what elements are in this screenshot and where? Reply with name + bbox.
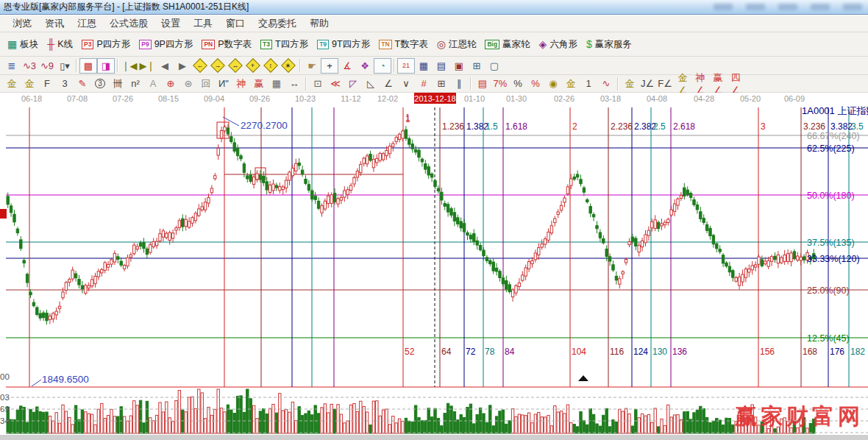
t-square-button[interactable]: T3T四方形: [256, 38, 313, 52]
fan-red-icon[interactable]: ≪: [327, 76, 344, 91]
a-guide-icon[interactable]: A: [144, 76, 162, 91]
export-icon[interactable]: ⊞: [468, 58, 485, 74]
date-axis[interactable]: 06-1807-0807-2608-1509-0409-2610-2311-12…: [0, 93, 868, 105]
calendar-21-icon[interactable]: 21: [397, 58, 415, 74]
i-quote-icon[interactable]: И": [215, 76, 232, 91]
n2-icon[interactable]: n²: [127, 76, 144, 91]
mark1-icon[interactable]: 1: [580, 76, 597, 91]
gold-level-icon[interactable]: 金: [562, 76, 580, 91]
diamond-vmove-icon[interactable]: ↕: [262, 58, 280, 74]
fan-box-dark-icon[interactable]: ◺: [362, 76, 380, 91]
sector-button[interactable]: ▦板块: [3, 38, 43, 52]
grid123-icon[interactable]: ▦: [268, 76, 285, 91]
menu-settings[interactable]: 设置: [154, 15, 187, 32]
date-tick: 09-26: [249, 94, 270, 103]
percent-level-icon[interactable]: %: [527, 76, 544, 91]
f-angle-icon[interactable]: F∠: [656, 76, 674, 91]
info-list-icon[interactable]: ≣: [3, 58, 21, 74]
red-target-icon[interactable]: ⊕: [162, 76, 179, 91]
shen-ruler-icon[interactable]: 神: [232, 76, 250, 91]
grid-corner-icon[interactable]: ⊞: [433, 76, 450, 91]
parallel-icon[interactable]: ∥: [450, 76, 468, 91]
p-square-button[interactable]: P3P四方形: [77, 38, 135, 52]
chart-3-icon[interactable]: ∿3: [21, 58, 38, 74]
diamond-left-icon[interactable]: ←: [191, 58, 209, 74]
calculator-icon[interactable]: ▦: [415, 58, 433, 74]
winner-wheel-button[interactable]: Big赢家轮: [480, 38, 534, 52]
kline-button[interactable]: ╫K线: [43, 38, 77, 52]
ticks-icon[interactable]: 卌: [109, 76, 127, 91]
t9-square-button[interactable]: T99T四方形: [313, 38, 374, 52]
circle3-icon[interactable]: 3: [91, 76, 109, 91]
menu-news[interactable]: 资讯: [38, 15, 71, 32]
gold-angle0-icon[interactable]: 金: [621, 76, 638, 91]
hand-icon[interactable]: ☛: [303, 58, 321, 74]
svg-text:12.5%(45): 12.5%(45): [807, 333, 850, 344]
first-page-icon[interactable]: ❘◀: [121, 58, 138, 74]
t-number-button[interactable]: TNT数字表: [374, 38, 432, 52]
brush-icon[interactable]: ✎: [74, 76, 91, 91]
f-ruler-icon[interactable]: F: [38, 76, 56, 91]
width-arrows-icon[interactable]: ↔: [285, 76, 303, 91]
candlestick-chart-surface[interactable]: 66.67%(240)62.5%(225)50.0%(180)37.5%(135…: [0, 104, 868, 440]
next-page-icon[interactable]: ▶: [174, 58, 191, 74]
gold-circle-icon[interactable]: ◉: [544, 76, 562, 91]
last-page-icon[interactable]: ▶❘: [138, 58, 156, 74]
pattern-box-icon[interactable]: ▩: [79, 58, 97, 74]
menu-formula-select[interactable]: 公式选股: [103, 15, 154, 32]
menu-window[interactable]: 窗口: [219, 15, 252, 32]
ying-ruler-icon[interactable]: 赢: [250, 76, 268, 91]
svg-text:66.67%(240): 66.67%(240): [807, 131, 860, 141]
gold-ruler2-icon[interactable]: 金: [21, 76, 38, 91]
ying-angle-icon[interactable]: 赢∠: [709, 76, 727, 91]
toolbar-drawing: 金金F3✎3卌n²A⊕⊛回И"神赢▦↔⊡≪◸◺∠∨#⊞∥▤7%%%◉金1∿金J∠…: [0, 75, 868, 93]
p-number-button[interactable]: PNP数字表: [197, 38, 256, 52]
computer-icon[interactable]: ▢: [485, 58, 503, 74]
percent-wave-icon[interactable]: 7%: [491, 76, 509, 91]
angle-lines-icon[interactable]: ∠: [380, 76, 397, 91]
chart-9-icon[interactable]: ∿9: [38, 58, 56, 74]
zigzag-icon[interactable]: ∨: [397, 76, 415, 91]
stats-list-icon[interactable]: ▤: [474, 76, 491, 91]
j-angle-icon[interactable]: J∠: [638, 76, 656, 91]
gann-shape-icon[interactable]: ❖: [356, 58, 374, 74]
bottom-strip[interactable]: [0, 435, 868, 440]
dot-target-icon[interactable]: ⊛: [179, 76, 197, 91]
grid-red-icon[interactable]: #: [415, 76, 433, 91]
p9-square-button[interactable]: P99P四方形: [135, 38, 197, 52]
four-angle-icon[interactable]: 四∠: [727, 76, 744, 91]
gann-wheel-button[interactable]: ◎江恩轮: [433, 38, 481, 52]
box-target-icon[interactable]: 回: [197, 76, 215, 91]
candle-style-icon[interactable]: ▯▾: [56, 58, 74, 74]
menu-tools[interactable]: 工具: [187, 15, 219, 32]
winner-service-button[interactable]: $赢家服务: [582, 38, 636, 52]
save-icon[interactable]: ▣: [450, 58, 468, 74]
angle-tool-icon[interactable]: ∡: [338, 58, 356, 74]
fan-box-purple-icon[interactable]: ◸: [344, 76, 362, 91]
diamond-expand-icon[interactable]: ∗: [280, 58, 297, 74]
menu-browse[interactable]: 浏览: [6, 15, 38, 32]
hexagon-button[interactable]: ◈六角形: [535, 38, 582, 52]
diamond-hmove-icon[interactable]: ↔: [227, 58, 244, 74]
wave-icon[interactable]: ∿: [597, 76, 615, 91]
menu-help[interactable]: 帮助: [303, 15, 335, 32]
crosshair-icon[interactable]: +: [321, 58, 338, 74]
wheel-48-icon[interactable]: ◔: [374, 58, 391, 74]
ruler3-icon[interactable]: 3: [56, 76, 74, 91]
svg-text:116: 116: [610, 347, 624, 357]
diamond-plus-icon[interactable]: +: [244, 58, 262, 74]
prev-page-icon[interactable]: ◀: [156, 58, 174, 74]
shen-angle-icon[interactable]: 神∠: [691, 76, 709, 91]
window-controls-blurred[interactable]: [714, 4, 862, 10]
svg-text:00: 00: [0, 372, 10, 381]
gold-ruler1-icon[interactable]: 金: [3, 76, 21, 91]
gold-angle-icon[interactable]: 金∠: [674, 76, 691, 91]
diamond-right-icon[interactable]: →: [209, 58, 227, 74]
menu-gann[interactable]: 江恩: [71, 15, 103, 32]
percent-icon[interactable]: %: [509, 76, 527, 91]
date-tick: 07-26: [113, 94, 133, 103]
menu-trade[interactable]: 交易委托: [252, 15, 303, 32]
notes-icon[interactable]: ▤: [433, 58, 450, 74]
colored-kline-icon[interactable]: ◨: [97, 58, 115, 74]
box-tool-icon[interactable]: ⊡: [309, 76, 327, 91]
